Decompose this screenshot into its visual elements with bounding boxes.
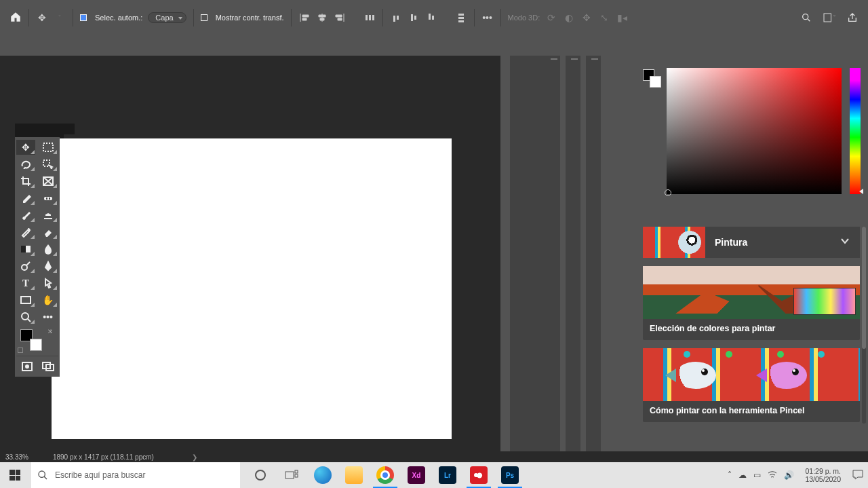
document-tab[interactable] (15, 124, 64, 138)
svg-rect-16 (21, 246, 26, 252)
task-view-button[interactable] (277, 462, 307, 488)
edit-toolbar[interactable]: ••• (39, 309, 58, 324)
tray-battery-icon[interactable]: ▭ (753, 470, 761, 480)
svg-rect-4 (458, 17, 464, 19)
home-button[interactable] (9, 11, 22, 24)
share-icon[interactable] (846, 12, 859, 24)
align-vcenter-icon[interactable] (408, 12, 420, 24)
hue-slider[interactable] (850, 68, 861, 194)
tray-notifications-icon[interactable] (852, 469, 864, 482)
distribute-v-icon[interactable] (455, 12, 467, 24)
crop-tool[interactable] (16, 174, 35, 189)
foreground-background-swatch[interactable]: ⤭ (16, 326, 58, 354)
align-left-icon[interactable] (298, 12, 311, 24)
quick-mask-icon[interactable] (19, 359, 35, 374)
cortana-button[interactable] (245, 462, 275, 488)
background-color[interactable] (30, 339, 42, 351)
svg-rect-28 (295, 474, 298, 477)
canvas[interactable] (52, 138, 452, 439)
taskbar-app-xd[interactable]: Xd (401, 462, 431, 488)
document-status-bar: 33.33% 1890 px x 1417 px (118.11 ppcm) ❯ (0, 451, 868, 462)
taskbar-app-creativecloud[interactable] (464, 462, 494, 488)
history-brush-tool[interactable] (16, 225, 35, 240)
lasso-tool[interactable] (16, 157, 35, 172)
brush-tool[interactable] (16, 208, 35, 223)
blur-tool[interactable] (39, 242, 58, 257)
more-align-icon[interactable]: ••• (481, 12, 494, 24)
tray-volume-icon[interactable]: 🔊 (784, 470, 794, 480)
healing-tool[interactable] (39, 191, 58, 206)
gradient-tool[interactable] (16, 242, 35, 257)
swap-colors-icon[interactable]: ⤭ (47, 328, 53, 335)
status-menu-icon[interactable]: ❯ (192, 453, 197, 461)
auto-select-label: Selec. autom.: (95, 14, 142, 22)
document-area (0, 56, 500, 451)
auto-select-checkbox[interactable] (80, 14, 87, 21)
tray-clock[interactable]: 01:29 p. m. 13/05/2020 (801, 467, 845, 483)
tray-onedrive-icon[interactable]: ☁ (738, 470, 747, 480)
align-hcenter-icon[interactable] (316, 12, 328, 24)
doc-dimensions: 1890 px x 1417 px (118.11 ppcm) (53, 453, 154, 461)
zoom-level[interactable]: 33.33% (5, 453, 28, 461)
learn-card[interactable]: Elección de colores para pintar (643, 266, 860, 340)
zoom-tool[interactable] (16, 309, 35, 324)
tray-wifi-icon[interactable] (768, 470, 777, 481)
learn-panel-header[interactable]: Pintura (643, 227, 860, 258)
marquee-tool[interactable] (39, 140, 58, 155)
move-tool-icon[interactable]: ✥ (36, 12, 48, 24)
workspace-switcher-icon[interactable]: ˇ (823, 12, 835, 24)
taskbar-app-explorer[interactable] (339, 462, 369, 488)
learn-card-thumb (643, 266, 860, 319)
eraser-tool[interactable] (39, 225, 58, 240)
3d-slide-icon: ⤡ (598, 12, 610, 24)
eyedropper-tool[interactable] (16, 191, 35, 206)
svg-rect-14 (49, 198, 50, 200)
taskbar-app-photoshop[interactable]: Ps (495, 462, 525, 488)
collapsed-panel-group-1[interactable] (510, 56, 560, 451)
svg-rect-1 (369, 15, 371, 20)
panel-scrollbar[interactable] (862, 227, 866, 424)
align-top-icon[interactable] (390, 12, 402, 24)
search-placeholexternal: Escribe aquí para buscar (55, 470, 145, 480)
svg-rect-18 (21, 297, 31, 303)
move-tool-dropdown[interactable]: ˇ (54, 12, 66, 24)
move-tool[interactable]: ✥ (16, 140, 35, 155)
taskbar-app-lightroom[interactable]: Lr (433, 462, 462, 488)
color-picker-field[interactable] (667, 68, 842, 194)
clone-stamp-tool[interactable] (39, 208, 58, 223)
pen-tool[interactable] (39, 259, 58, 274)
3d-orbit-icon: ⟳ (545, 12, 557, 24)
collapsed-panel-group-2[interactable] (566, 56, 580, 451)
learn-card[interactable]: Cómo pintar con la herramienta Pincel (643, 348, 860, 422)
show-transform-checkbox[interactable] (201, 14, 208, 21)
align-right-icon[interactable] (334, 12, 346, 24)
hand-tool[interactable]: ✋ (39, 293, 58, 307)
learn-header-title: Pintura (705, 237, 830, 248)
taskbar-app-edge[interactable] (308, 462, 338, 488)
dodge-tool[interactable] (16, 259, 35, 274)
start-button[interactable] (0, 462, 30, 488)
3d-camera-icon: ▮◂ (616, 12, 628, 24)
frame-tool[interactable] (39, 174, 58, 189)
taskbar-app-chrome[interactable] (370, 462, 400, 488)
distribute-h-icon[interactable] (363, 12, 376, 24)
path-select-tool[interactable] (39, 276, 58, 290)
default-colors-icon[interactable] (18, 348, 23, 353)
search-icon[interactable] (800, 12, 812, 24)
align-bottom-icon[interactable] (425, 12, 437, 24)
tray-chevron-icon[interactable]: ˄ (728, 470, 732, 480)
taskbar-search[interactable]: Escribe aquí para buscar (30, 462, 240, 488)
svg-point-19 (22, 313, 28, 320)
collapsed-panel-group-3[interactable] (586, 56, 601, 451)
options-bar: ✥ ˇ Selec. autom.: Capa Mostrar contr. t… (0, 0, 868, 35)
shape-tool[interactable] (16, 293, 35, 307)
auto-select-target-dropdown[interactable]: Capa (148, 12, 186, 23)
chevron-down-icon[interactable] (830, 236, 860, 249)
screen-mode-icon[interactable] (40, 359, 56, 374)
quick-select-tool[interactable] (39, 157, 58, 172)
tools-panel: ✥ T ✋ ••• ⤭ (15, 137, 60, 377)
svg-rect-12 (44, 197, 52, 200)
type-tool[interactable]: T (16, 276, 35, 290)
system-tray: ˄ ☁ ▭ 🔊 01:29 p. m. 13/05/2020 (728, 467, 868, 483)
svg-rect-0 (366, 15, 368, 20)
